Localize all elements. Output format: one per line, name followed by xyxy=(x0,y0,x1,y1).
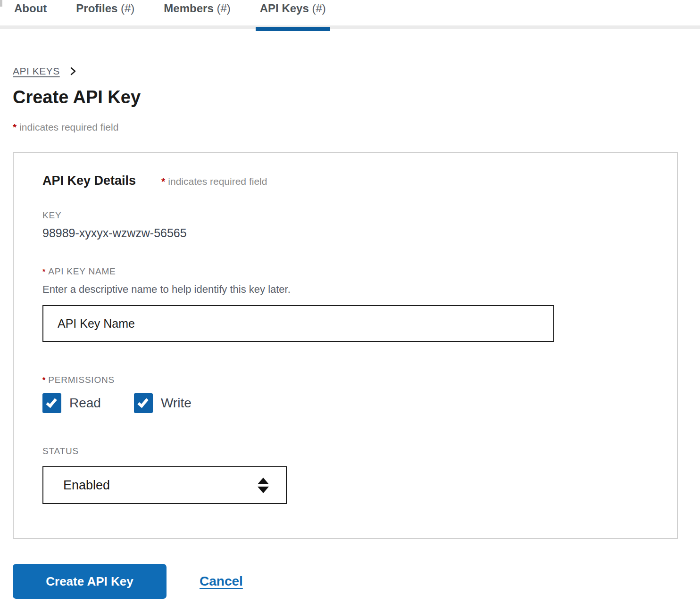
status-label: STATUS xyxy=(42,446,677,456)
panel-required-note: *indicates required field xyxy=(161,176,267,187)
tab-members[interactable]: Members (#) xyxy=(164,2,230,15)
tab-label: Profiles xyxy=(76,2,117,15)
tab-label: API Keys xyxy=(260,2,309,15)
tab-api-keys[interactable]: API Keys (#) xyxy=(260,2,326,15)
required-field-note: *indicates required field xyxy=(13,122,687,133)
key-value: 98989-xyxyx-wzwzw-56565 xyxy=(42,226,677,240)
checkbox-write[interactable]: Write xyxy=(134,393,192,413)
tab-bar: About Profiles (#) Members (#) API Keys … xyxy=(0,0,700,29)
tab-count: (#) xyxy=(217,2,230,15)
page-title: Create API Key xyxy=(13,87,687,108)
tab-label: Members xyxy=(164,2,213,15)
required-asterisk: * xyxy=(42,376,45,385)
checkbox-read-label: Read xyxy=(69,396,101,411)
panel-required-note-text: indicates required field xyxy=(168,176,267,187)
tab-label: About xyxy=(14,2,47,15)
permissions-label-row: * PERMISSIONS xyxy=(42,375,677,385)
tab-count: (#) xyxy=(312,2,325,15)
check-icon xyxy=(137,397,148,408)
select-arrows-icon xyxy=(258,478,269,493)
create-api-key-button[interactable]: Create API Key xyxy=(13,564,167,599)
permissions-checkbox-group: Read Write xyxy=(42,393,677,413)
checkbox-write-label: Write xyxy=(161,396,192,411)
required-asterisk: * xyxy=(42,268,45,276)
chevron-right-icon xyxy=(69,66,77,76)
breadcrumb: API KEYS xyxy=(13,66,687,77)
status-select-value: Enabled xyxy=(63,478,258,493)
tab-profiles[interactable]: Profiles (#) xyxy=(76,2,134,15)
panel-heading: API Key Details xyxy=(42,174,136,188)
checkbox-read[interactable]: Read xyxy=(42,393,101,413)
screenshot-edge-artifact xyxy=(0,0,2,7)
required-asterisk: * xyxy=(161,176,165,187)
required-note-text: indicates required field xyxy=(19,122,118,132)
api-key-name-help-text: Enter a descriptive name to help identif… xyxy=(42,283,677,296)
permissions-label: PERMISSIONS xyxy=(48,375,115,385)
breadcrumb-link-api-keys[interactable]: API KEYS xyxy=(13,66,60,77)
api-key-name-label: API KEY NAME xyxy=(48,266,116,277)
key-label: KEY xyxy=(42,210,677,221)
tab-count: (#) xyxy=(121,2,134,15)
checkbox-box-checked xyxy=(42,393,61,413)
cancel-link[interactable]: Cancel xyxy=(200,574,243,589)
api-key-details-panel: API Key Details *indicates required fiel… xyxy=(13,152,678,539)
tab-about[interactable]: About xyxy=(14,2,47,15)
status-select[interactable]: Enabled xyxy=(42,466,287,504)
checkbox-box-checked xyxy=(134,393,153,413)
api-key-name-label-row: * API KEY NAME xyxy=(42,266,677,277)
check-icon xyxy=(46,397,57,408)
main-content: API KEYS Create API Key *indicates requi… xyxy=(0,66,700,599)
required-asterisk: * xyxy=(13,122,17,132)
api-key-name-input[interactable] xyxy=(42,305,554,342)
form-actions: Create API Key Cancel xyxy=(13,564,687,599)
